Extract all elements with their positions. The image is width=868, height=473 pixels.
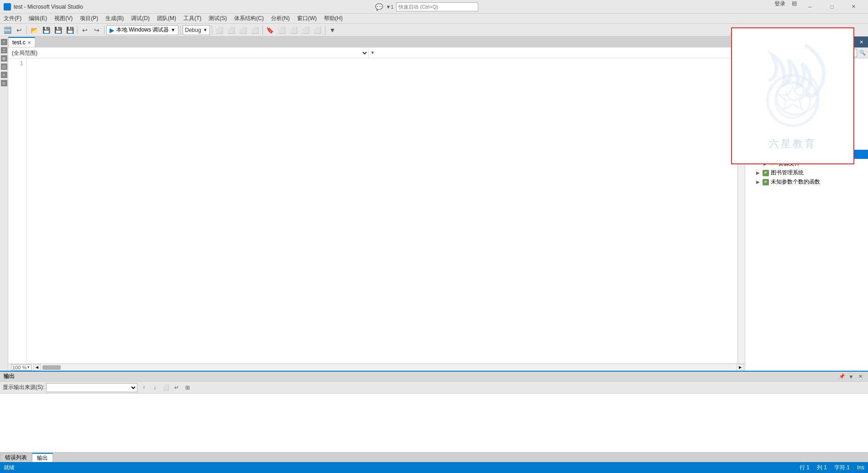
menu-team[interactable]: 团队(M) <box>153 14 180 23</box>
output-tb-find[interactable]: ⊞ <box>183 383 192 392</box>
menu-file[interactable]: 文件(F) <box>0 14 25 23</box>
expand-extdeps[interactable]: ▶ <box>762 132 769 140</box>
scope-left-select[interactable]: (全局范围) <box>8 48 369 58</box>
quick-launch-input[interactable] <box>396 2 478 11</box>
tree-item-solution[interactable]: ▼ 解决方案'test' (8 个项目) <box>745 58 868 68</box>
expand-test4[interactable]: ▼ <box>754 114 762 121</box>
toolbar-bm1[interactable]: 🔖 <box>265 25 276 36</box>
tree-item-testc[interactable]: ✤ test.c <box>745 150 868 159</box>
expand-test2[interactable]: ▶ <box>754 96 762 103</box>
toolbar-bm5[interactable]: ⬜ <box>312 25 323 36</box>
se-refresh-btn[interactable]: ⟳ <box>772 48 779 58</box>
sidebar-icon-4[interactable]: ◫ <box>1 63 7 70</box>
tab-testc[interactable]: test.c ✕ <box>8 37 35 47</box>
toolbar-bp4[interactable]: ⬜ <box>250 25 261 36</box>
code-editor[interactable] <box>26 58 737 363</box>
sidebar-icon-1[interactable]: T <box>1 39 7 45</box>
toolbar-bp1[interactable]: ⬜ <box>214 25 225 36</box>
output-pin-btn[interactable]: 📌 <box>838 373 846 381</box>
menu-tools[interactable]: 工具(T) <box>180 14 205 23</box>
toolbar-bm3[interactable]: ⬜ <box>288 25 299 36</box>
expand-test[interactable]: ▶ <box>754 78 762 85</box>
output-tb-wrap[interactable]: ↵ <box>172 383 181 392</box>
se-settings-btn[interactable]: ⚙ <box>780 48 788 58</box>
output-tb-clear[interactable]: ⬜ <box>161 383 170 392</box>
tree-item-resources[interactable]: ▶ 资源文件 <box>745 159 868 168</box>
menu-debug[interactable]: 调试(D) <box>127 14 153 23</box>
sidebar-icon-3[interactable]: ⊞ <box>1 55 7 62</box>
scope-right-select[interactable] <box>377 48 737 58</box>
tree-item-test1[interactable]: ▶ test1 <box>745 86 868 95</box>
expand-resources[interactable]: ▶ <box>762 160 769 167</box>
tree-item-headers[interactable]: ▶ 头文件 <box>745 122 868 131</box>
h-scroll-track[interactable] <box>42 365 735 370</box>
hscroll-right-btn[interactable]: ▶ <box>737 364 744 371</box>
expand-headers[interactable]: ▶ <box>762 123 769 131</box>
close-button[interactable]: ✕ <box>843 0 864 14</box>
output-dropdown-btn[interactable]: ▼ <box>847 373 855 381</box>
solution-explorer-search[interactable] <box>790 49 857 57</box>
sidebar-icon-2[interactable]: 工 <box>1 47 7 53</box>
toolbar-save[interactable]: 💾 <box>41 25 52 36</box>
sidebar-icon-5[interactable]: ≡ <box>1 72 7 78</box>
tab-testc-close[interactable]: ✕ <box>27 40 31 45</box>
toolbar-new[interactable]: 🆕 <box>2 25 13 36</box>
menu-project[interactable]: 项目(P) <box>76 14 102 23</box>
login-link[interactable]: 登录 <box>771 0 789 14</box>
notification-icon[interactable]: 💬 <box>375 3 383 11</box>
expand-solution[interactable]: ▼ <box>746 59 753 67</box>
tab-error-list[interactable]: 错误列表 <box>0 453 32 462</box>
se-forward-btn[interactable]: ↪ <box>755 48 763 58</box>
debug-run-button[interactable]: ▶ 本地 Windows 调试器 ▼ <box>106 25 178 35</box>
extra-icon[interactable]: ▤ <box>790 0 799 14</box>
toolbar-extra[interactable]: ▼ <box>327 25 338 36</box>
panel-dropdown-button[interactable]: ▼ <box>848 38 856 46</box>
tab-output[interactable]: 输出 <box>32 453 53 462</box>
debug-config-dropdown[interactable]: Debug ▼ <box>183 25 209 35</box>
expand-libmgr[interactable]: ▶ <box>754 169 762 176</box>
hscroll-left-btn[interactable]: ◀ <box>33 364 41 371</box>
tree-item-libmgr[interactable]: ▶ 图书管理系统 <box>745 168 868 177</box>
h-scroll-thumb[interactable] <box>42 365 61 370</box>
se-search-btn[interactable]: 🔍 <box>859 48 866 58</box>
notification-count[interactable]: ▼1 <box>386 4 393 10</box>
vertical-scrollbar[interactable]: ▲ <box>737 58 745 363</box>
toolbar-bm2[interactable]: ⬜ <box>277 25 288 36</box>
expand-test3[interactable]: ▶ <box>754 105 762 112</box>
panel-pin-button[interactable]: 📌 <box>839 38 847 46</box>
menu-help[interactable]: 帮助(H) <box>320 14 346 23</box>
toolbar-undo[interactable]: ↩ <box>14 25 25 36</box>
output-tb-down[interactable]: ↓ <box>150 383 159 392</box>
output-source-select[interactable] <box>46 383 137 392</box>
panel-close-button[interactable]: ✕ <box>857 38 865 46</box>
menu-test[interactable]: 测试(S) <box>205 14 230 23</box>
tree-item-qq[interactable]: ▶ QQ轰炸机 <box>745 68 868 77</box>
expand-unknownfn[interactable]: ▶ <box>754 178 762 185</box>
menu-architecture[interactable]: 体系结构(C) <box>230 14 267 23</box>
tree-item-test4[interactable]: ▼ test4 <box>745 113 868 122</box>
toolbar-saveall[interactable]: 💾 <box>52 25 63 36</box>
menu-view[interactable]: 视图(V) <box>51 14 76 23</box>
toolbar-bp3[interactable]: ⬜ <box>238 25 249 36</box>
se-back-btn[interactable]: ↩ <box>747 48 754 58</box>
expand-qq[interactable]: ▶ <box>754 68 762 76</box>
sidebar-icon-6[interactable]: ⊙ <box>1 80 7 86</box>
vscroll-up-btn[interactable]: ▲ <box>738 58 745 66</box>
menu-analyze[interactable]: 分析(N) <box>267 14 293 23</box>
se-home-btn[interactable]: 🏠 <box>763 48 771 58</box>
maximize-button[interactable]: □ <box>821 0 842 14</box>
menu-edit[interactable]: 编辑(E) <box>25 14 51 23</box>
output-close-btn[interactable]: ✕ <box>856 373 864 381</box>
tree-item-extdeps[interactable]: ▶ 外部依赖项 <box>745 131 868 141</box>
toolbar-bm4[interactable]: ⬜ <box>300 25 311 36</box>
menu-build[interactable]: 生成(B) <box>102 14 127 23</box>
tree-item-test[interactable]: ▶ test <box>745 77 868 86</box>
toolbar-bp2[interactable]: ⬜ <box>226 25 237 36</box>
tree-item-test2[interactable]: ▶ test2 <box>745 95 868 104</box>
tree-item-source[interactable]: ▼ 源文件 <box>745 141 868 150</box>
zoom-dropdown[interactable]: 100 % ▼ <box>11 364 31 371</box>
menu-window[interactable]: 窗口(W) <box>293 14 320 23</box>
toolbar-saveall2[interactable]: 💾 <box>64 25 75 36</box>
expand-test1[interactable]: ▶ <box>754 87 762 94</box>
expand-source[interactable]: ▼ <box>762 142 769 149</box>
